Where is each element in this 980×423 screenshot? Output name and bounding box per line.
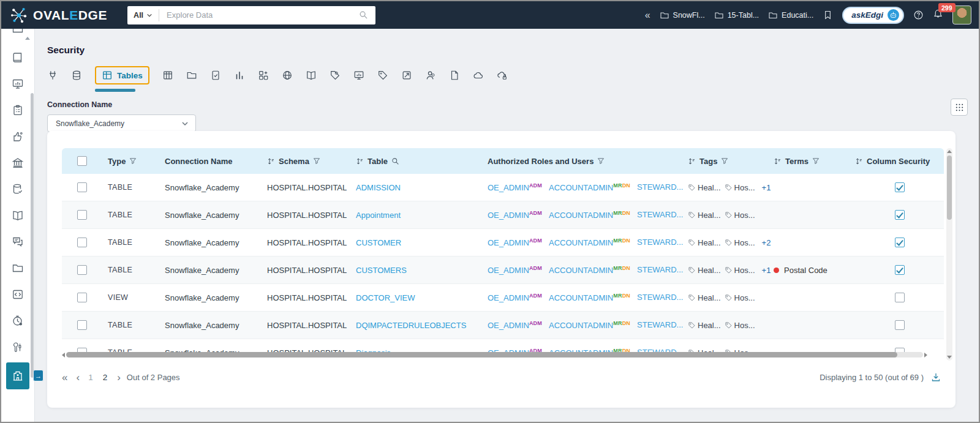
- sidebar-scrollbar-thumb[interactable]: [31, 93, 34, 378]
- tag-chip[interactable]: Heal...: [688, 183, 721, 192]
- tab-plug[interactable]: [47, 70, 58, 81]
- role-link[interactable]: ACCOUNTADMINMRDN: [549, 238, 630, 247]
- role-link[interactable]: STEWARD...: [637, 238, 683, 247]
- next-page-button[interactable]: ›: [117, 372, 121, 383]
- table-link[interactable]: CUSTOMERS: [356, 266, 407, 275]
- tag-chip[interactable]: Hos...: [725, 183, 755, 192]
- tag-chip[interactable]: Heal...: [688, 293, 721, 302]
- sort-icon[interactable]: [774, 157, 782, 165]
- select-all-checkbox[interactable]: [77, 156, 87, 166]
- scroll-right-icon[interactable]: [924, 353, 927, 357]
- search-icon[interactable]: [391, 157, 399, 165]
- tab-blocks[interactable]: [258, 70, 269, 81]
- tab-tables[interactable]: Tables: [95, 66, 149, 84]
- filter-icon[interactable]: [597, 157, 605, 165]
- table-link[interactable]: ADMISSION: [356, 183, 401, 192]
- tag-chip[interactable]: Hos...: [725, 321, 755, 330]
- tab-monitor-chart[interactable]: [353, 70, 364, 81]
- role-link[interactable]: STEWARD...: [637, 265, 683, 274]
- role-link[interactable]: OE_ADMINADM: [488, 210, 542, 220]
- sort-icon[interactable]: [356, 157, 364, 165]
- table-link[interactable]: Appointment: [356, 211, 401, 220]
- tab-book-open[interactable]: [306, 70, 317, 81]
- sidebar-item-book-open[interactable]: [6, 203, 29, 228]
- tab-bar-chart[interactable]: [234, 70, 245, 81]
- tag-chip[interactable]: Hos...: [725, 238, 755, 247]
- row-checkbox[interactable]: [77, 265, 87, 275]
- sort-icon[interactable]: [267, 157, 275, 165]
- scroll-up-icon[interactable]: [947, 150, 952, 153]
- filter-icon[interactable]: [129, 157, 137, 165]
- sidebar-item-monitor-chart[interactable]: [6, 71, 29, 96]
- sidebar-item-hand-select[interactable]: [6, 124, 29, 149]
- tab-tag[interactable]: [377, 70, 388, 81]
- role-link[interactable]: ACCOUNTADMINMRDN: [549, 293, 630, 302]
- column-security-checkbox[interactable]: [895, 238, 905, 247]
- more-tags-link[interactable]: +1: [762, 183, 771, 192]
- role-link[interactable]: OE_ADMINADM: [488, 320, 542, 330]
- help-icon[interactable]: [913, 10, 924, 20]
- breadcrumb-collapse-icon[interactable]: «: [645, 10, 650, 21]
- sidebar-item-bank[interactable]: [6, 150, 29, 175]
- page-number-2[interactable]: 2: [103, 373, 108, 382]
- tab-database[interactable]: [71, 70, 82, 81]
- column-security-checkbox[interactable]: [895, 265, 905, 275]
- role-link[interactable]: ACCOUNTADMINMRDN: [549, 182, 630, 192]
- search-input[interactable]: [159, 10, 359, 20]
- tab-task[interactable]: [401, 70, 412, 81]
- row-checkbox[interactable]: [77, 182, 87, 192]
- scroll-down-icon[interactable]: [947, 356, 952, 359]
- tag-chip[interactable]: Hos...: [725, 211, 755, 220]
- tag-chip[interactable]: Heal...: [688, 211, 721, 220]
- ovaledge-logo[interactable]: OVALEDGE: [10, 6, 107, 24]
- role-link[interactable]: STEWARD...: [637, 210, 683, 219]
- table-link[interactable]: DOCTOR_VIEW: [356, 293, 415, 302]
- term-chip[interactable]: Postal Code: [774, 266, 827, 275]
- tag-chip[interactable]: Hos...: [725, 293, 755, 302]
- more-tags-link[interactable]: +2: [762, 238, 771, 247]
- tag-chip[interactable]: Heal...: [688, 266, 721, 275]
- sort-icon[interactable]: [688, 157, 696, 165]
- sidebar-item-chat[interactable]: [6, 229, 29, 254]
- role-link[interactable]: ACCOUNTADMINMRDN: [549, 265, 630, 275]
- breadcrumb-item[interactable]: SnowFl...: [660, 10, 705, 20]
- row-checkbox[interactable]: [77, 238, 87, 247]
- page-number-1[interactable]: 1: [88, 373, 93, 382]
- role-link[interactable]: STEWARD...: [637, 182, 683, 192]
- column-security-checkbox[interactable]: [895, 210, 905, 220]
- notifications-button[interactable]: 299: [933, 9, 943, 21]
- role-link[interactable]: OE_ADMINADM: [488, 293, 542, 302]
- tab-tag-circle[interactable]: [330, 70, 341, 81]
- horizontal-scrollbar-thumb[interactable]: [66, 352, 897, 357]
- column-security-checkbox[interactable]: [895, 320, 905, 330]
- sidebar-item-building[interactable]: [6, 362, 29, 389]
- more-tags-link[interactable]: +1: [762, 266, 771, 275]
- sidebar-item-clock[interactable]: [6, 308, 29, 333]
- breadcrumb-item[interactable]: Educati...: [768, 10, 813, 20]
- row-checkbox[interactable]: [77, 293, 87, 302]
- role-link[interactable]: OE_ADMINADM: [488, 238, 542, 247]
- row-checkbox[interactable]: [77, 210, 87, 220]
- filter-icon[interactable]: [721, 157, 728, 165]
- user-avatar[interactable]: [952, 6, 971, 24]
- tag-chip[interactable]: Heal...: [688, 238, 721, 247]
- horizontal-scrollbar-track[interactable]: [66, 352, 923, 357]
- role-link[interactable]: ACCOUNTADMINMRDN: [549, 320, 630, 330]
- role-link[interactable]: ACCOUNTADMINMRDN: [549, 210, 630, 220]
- breadcrumb-item[interactable]: 15-Tabl...: [714, 10, 759, 20]
- sidebar-item-database-check[interactable]: [6, 176, 29, 201]
- tab-grid[interactable]: [162, 70, 173, 81]
- sort-icon[interactable]: [855, 157, 863, 165]
- tab-globe[interactable]: [282, 70, 293, 81]
- tab-doc[interactable]: [449, 70, 460, 81]
- first-page-button[interactable]: «: [62, 372, 67, 383]
- sidebar-item-journal[interactable]: [6, 45, 29, 70]
- tab-cloud[interactable]: [473, 70, 484, 81]
- tab-file-check[interactable]: [210, 70, 221, 81]
- role-link[interactable]: STEWARD...: [637, 293, 683, 302]
- tab-people[interactable]: [425, 70, 436, 81]
- vertical-scrollbar-thumb[interactable]: [947, 155, 952, 220]
- table-link[interactable]: DQIMPACTEDRULEOBJECTS: [356, 321, 466, 330]
- filter-icon[interactable]: [313, 157, 320, 165]
- column-security-checkbox[interactable]: [895, 182, 905, 192]
